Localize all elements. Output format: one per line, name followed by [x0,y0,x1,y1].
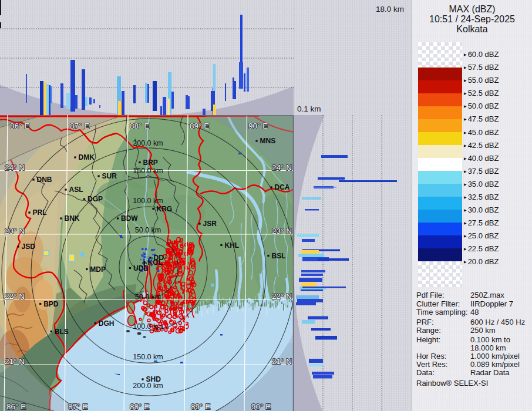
svg-text:JSD: JSD [22,242,36,251]
svg-text:BPD: BPD [43,300,59,308]
svg-text:BDW: BDW [121,214,138,223]
svg-text:89° E: 89° E [190,122,209,130]
svg-text:90° E: 90° E [248,122,268,130]
svg-text:SHD: SHD [146,375,161,383]
svg-text:200.0 km: 200.0 km [133,139,163,147]
svg-text:24° N: 24° N [272,163,292,172]
svg-text:MDP: MDP [90,265,106,274]
svg-text:87° E: 87° E [68,402,87,411]
svg-text:BNK: BNK [65,214,80,223]
svg-text:DNB: DNB [37,176,52,184]
svg-text:BSL: BSL [272,252,286,260]
svg-text:23° N: 23° N [5,227,25,235]
svg-text:50.0 km: 50.0 km [135,293,161,301]
svg-text:21° N: 21° N [272,357,292,366]
svg-text:DGP: DGP [87,195,103,203]
svg-text:SUR: SUR [102,172,117,180]
svg-text:DGH: DGH [99,319,115,328]
svg-text:24° N: 24° N [5,163,25,172]
svg-text:KRG: KRG [157,205,173,213]
svg-text:100.0 km: 100.0 km [133,197,163,205]
svg-text:21° N: 21° N [5,357,25,366]
svg-text:KHL: KHL [225,241,240,250]
svg-text:KOL: KOL [148,258,163,267]
svg-text:50.0 km: 50.0 km [135,226,161,234]
svg-text:22° N: 22° N [5,292,25,301]
svg-text:BLS: BLS [55,328,69,336]
svg-text:89° E: 89° E [191,402,210,411]
svg-text:150.0 km: 150.0 km [133,353,163,361]
svg-text:88° E: 88° E [130,402,149,411]
svg-text:86° E: 86° E [10,122,29,130]
svg-text:87° E: 87° E [70,122,89,130]
svg-text:88° E: 88° E [130,122,149,130]
svg-text:100.0 km: 100.0 km [133,322,163,331]
svg-text:UDB: UDB [133,264,149,272]
svg-text:DCA: DCA [275,183,290,191]
svg-text:BRP: BRP [143,159,158,167]
svg-text:150.0 km: 150.0 km [133,167,163,175]
svg-text:ASL: ASL [69,186,83,194]
svg-text:DMK: DMK [79,153,95,161]
svg-text:22° N: 22° N [272,292,292,301]
svg-text:90° E: 90° E [251,402,271,411]
svg-text:PRL: PRL [33,208,47,217]
svg-text:23° N: 23° N [272,227,292,235]
svg-text:86° E: 86° E [6,402,26,411]
svg-text:JSR: JSR [203,220,217,228]
svg-text:MNS: MNS [260,137,276,145]
